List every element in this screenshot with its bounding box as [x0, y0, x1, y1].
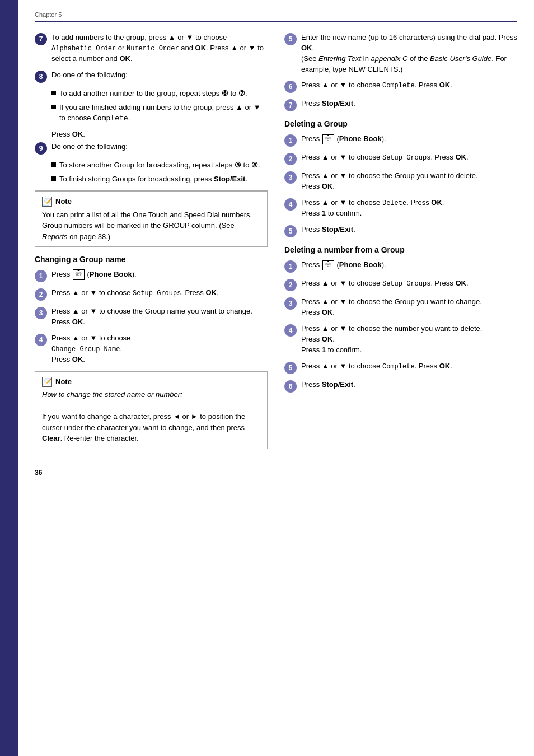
- delete-step-5-circle: 5: [284, 225, 297, 237]
- deln-step-6: 6 Press Stop/Exit.: [284, 380, 517, 393]
- phonebook-icon-d1: ☏: [322, 134, 334, 145]
- delete-step-1-circle: 1: [284, 134, 297, 147]
- enter-step-5: 5 Enter the new name (up to 16 character…: [284, 32, 517, 74]
- delete-step-5-text: Press Stop/Exit.: [301, 225, 355, 235]
- delete-step-5: 5 Press Stop/Exit.: [284, 225, 517, 237]
- bullet-9-2-text: To finish storing Groups for broadcastin…: [59, 174, 247, 185]
- phonebook-icon: ☏: [73, 269, 85, 280]
- enter-step-6: 6 Press ▲ or ▼ to choose Complete. Press…: [284, 80, 517, 93]
- step-7-circle: 7: [35, 33, 47, 45]
- note-2-header: 📝 Note: [42, 376, 260, 388]
- delete-step-3: 3 Press ▲ or ▼ to choose the Group you w…: [284, 171, 517, 192]
- deln-step-4-circle: 4: [284, 324, 297, 337]
- step-8-circle: 8: [35, 71, 47, 83]
- deln-step-6-text: Press Stop/Exit.: [301, 380, 355, 390]
- change-step-2-text: Press ▲ or ▼ to choose Setup Groups. Pre…: [51, 288, 219, 298]
- left-column: 7 To add numbers to the group, press ▲ o…: [35, 32, 268, 457]
- delete-step-3-text: Press ▲ or ▼ to choose the Group you wan…: [301, 171, 478, 192]
- deln-step-3-circle: 3: [284, 297, 297, 310]
- change-step-3-text: Press ▲ or ▼ to choose the Group name yo…: [51, 306, 252, 328]
- enter-step-6-circle: 6: [284, 81, 297, 93]
- bullet-icon: [51, 91, 56, 95]
- enter-step-7-circle: 7: [284, 99, 297, 111]
- step-8-text: Do one of the following:: [51, 70, 128, 81]
- change-step-1: 1 Press ☏ (Phone Book).: [35, 269, 268, 282]
- delete-step-3-circle: 3: [284, 171, 297, 184]
- note-icon: 📝: [42, 197, 52, 207]
- deln-step-4: 4 Press ▲ or ▼ to choose the number you …: [284, 324, 517, 356]
- enter-step-6-text: Press ▲ or ▼ to choose Complete. Press O…: [301, 80, 452, 91]
- step-8-bullets: To add another number to the group, repe…: [51, 88, 268, 124]
- change-step-2: 2 Press ▲ or ▼ to choose Setup Groups. P…: [35, 288, 268, 301]
- delete-step-1-text: Press ☏ (Phone Book).: [301, 134, 386, 144]
- delete-step-4-circle: 4: [284, 198, 297, 211]
- deln-step-1-circle: 1: [284, 260, 297, 273]
- deln-step-2-circle: 2: [284, 279, 297, 291]
- bullet-8-1-text: To add another number to the group, repe…: [59, 88, 247, 99]
- deln-step-2: 2 Press ▲ or ▼ to choose Setup Groups. P…: [284, 278, 517, 291]
- chapter-label: Chapter 5: [35, 11, 517, 22]
- change-step-2-circle: 2: [35, 288, 47, 301]
- bullet-8-1: To add another number to the group, repe…: [51, 88, 268, 99]
- phonebook-icon-dn1: ☏: [322, 260, 334, 271]
- section-delete-title: Deleting a Group: [284, 119, 517, 128]
- change-step-3: 3 Press ▲ or ▼ to choose the Group name …: [35, 306, 268, 328]
- deln-step-1-text: Press ☏ (Phone Book).: [301, 260, 386, 270]
- bullet-icon: [51, 162, 56, 167]
- delete-step-1: 1 Press ☏ (Phone Book).: [284, 134, 517, 147]
- section-delete-number-title: Deleting a number from a Group: [284, 245, 517, 254]
- delete-step-2-text: Press ▲ or ▼ to choose Setup Groups. Pre…: [301, 152, 469, 163]
- enter-step-5-circle: 5: [284, 33, 297, 45]
- step-7: 7 To add numbers to the group, press ▲ o…: [35, 32, 268, 64]
- enter-step-7-text: Press Stop/Exit.: [301, 99, 355, 109]
- note-1-header: 📝 Note: [42, 196, 260, 207]
- deln-step-2-text: Press ▲ or ▼ to choose Setup Groups. Pre…: [301, 278, 469, 289]
- bullet-8-2-text: If you are finished adding numbers to th…: [59, 102, 268, 124]
- note-2: 📝 Note How to change the stored name or …: [35, 371, 268, 449]
- change-step-1-circle: 1: [35, 270, 47, 282]
- bullet-9-2: To finish storing Groups for broadcastin…: [51, 174, 268, 185]
- note-1: 📝 Note You can print a list of all the O…: [35, 190, 268, 247]
- change-step-4-circle: 4: [35, 334, 47, 346]
- enter-step-5-text: Enter the new name (up to 16 characters)…: [301, 32, 517, 74]
- deln-step-5: 5 Press ▲ or ▼ to choose Complete. Press…: [284, 361, 517, 374]
- bullet-9-1: To store another Group for broadcasting,…: [51, 160, 268, 171]
- page-number: 36: [35, 469, 42, 477]
- deln-step-4-text: Press ▲ or ▼ to choose the number you wa…: [301, 324, 482, 356]
- step-9-text: Do one of the following:: [51, 142, 128, 152]
- change-step-4: 4 Press ▲ or ▼ to chooseChange Group Nam…: [35, 333, 268, 365]
- note-2-body: How to change the stored name or number:…: [42, 389, 260, 444]
- step-8: 8 Do one of the following:: [35, 70, 268, 83]
- note-icon-2: 📝: [42, 377, 52, 387]
- deln-step-1: 1 Press ☏ (Phone Book).: [284, 260, 517, 273]
- delete-step-4: 4 Press ▲ or ▼ to choose Delete. Press O…: [284, 198, 517, 219]
- bullet-9-1-text: To store another Group for broadcasting,…: [59, 160, 260, 171]
- step-9: 9 Do one of the following:: [35, 142, 268, 155]
- delete-step-2-circle: 2: [284, 153, 297, 165]
- note-1-body: You can print a list of all the One Touc…: [42, 209, 260, 242]
- enter-step-7: 7 Press Stop/Exit.: [284, 99, 517, 111]
- left-sidebar: [0, 0, 18, 756]
- bullet-icon: [51, 176, 56, 181]
- step-8-ok: Press OK.: [51, 129, 268, 140]
- deln-step-6-circle: 6: [284, 380, 297, 393]
- change-step-3-circle: 3: [35, 307, 47, 319]
- bullet-8-2: If you are finished adding numbers to th…: [51, 102, 268, 124]
- deln-step-5-text: Press ▲ or ▼ to choose Complete. Press O…: [301, 361, 452, 372]
- step-9-circle: 9: [35, 142, 47, 155]
- deln-step-5-circle: 5: [284, 362, 297, 374]
- section-change-title: Changing a Group name: [35, 255, 268, 264]
- step-7-text: To add numbers to the group, press ▲ or …: [51, 32, 268, 64]
- deln-step-3: 3 Press ▲ or ▼ to choose the Group you w…: [284, 297, 517, 318]
- step-9-bullets: To store another Group for broadcasting,…: [51, 160, 268, 185]
- delete-step-4-text: Press ▲ or ▼ to choose Delete. Press OK.…: [301, 198, 444, 219]
- right-column: 5 Enter the new name (up to 16 character…: [284, 32, 517, 457]
- delete-step-2: 2 Press ▲ or ▼ to choose Setup Groups. P…: [284, 152, 517, 165]
- bullet-icon: [51, 105, 56, 109]
- deln-step-3-text: Press ▲ or ▼ to choose the Group you wan…: [301, 297, 482, 318]
- change-step-1-text: Press ☏ (Phone Book).: [51, 269, 137, 280]
- change-step-4-text: Press ▲ or ▼ to chooseChange Group Name.…: [51, 333, 130, 365]
